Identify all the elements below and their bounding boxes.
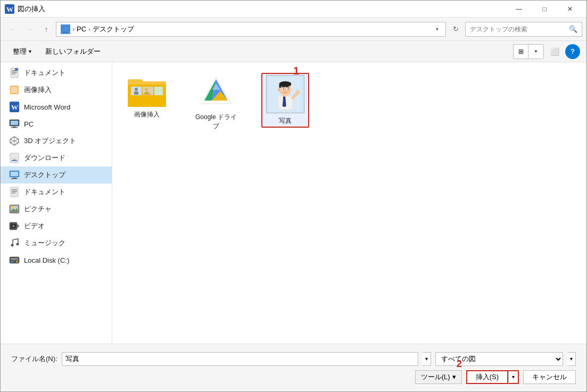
sidebar-item-3d[interactable]: 3D オブジェクト bbox=[1, 132, 112, 149]
music-icon bbox=[9, 238, 20, 248]
svg-rect-48 bbox=[128, 79, 143, 85]
file-label-googledrive: Google ドライブ bbox=[194, 113, 238, 131]
svg-point-35 bbox=[12, 206, 14, 208]
svg-rect-44 bbox=[11, 258, 18, 260]
view-controls: ⊞ ▾ bbox=[513, 44, 544, 59]
help-button[interactable]: ? bbox=[565, 44, 580, 59]
title-bar: W 図の挿入 — □ ✕ bbox=[1, 1, 586, 18]
svg-rect-15 bbox=[11, 121, 18, 125]
sidebar-item-images[interactable]: 画像挿入 bbox=[1, 81, 112, 98]
svg-rect-70 bbox=[279, 84, 282, 88]
3d-icon bbox=[9, 136, 20, 146]
organize-button[interactable]: 整理 ▾ bbox=[7, 44, 37, 59]
sidebar-item-downloads[interactable]: ダウンロード bbox=[1, 149, 112, 166]
sidebar-item-pc[interactable]: PC bbox=[1, 115, 112, 132]
sidebar-item-localdisk[interactable]: Local Disk (C:) bbox=[1, 252, 112, 269]
sidebar-item-pictures[interactable]: ピクチャ bbox=[1, 201, 112, 218]
svg-rect-11 bbox=[11, 87, 18, 93]
svg-rect-24 bbox=[12, 160, 17, 161]
docs2-icon bbox=[9, 187, 20, 197]
svg-rect-22 bbox=[10, 153, 19, 163]
svg-rect-2 bbox=[62, 26, 69, 31]
svg-text:W: W bbox=[11, 103, 18, 111]
up-button[interactable]: ↑ bbox=[39, 22, 54, 37]
sidebar-item-word[interactable]: W Microsoft Word bbox=[1, 98, 112, 115]
forward-button[interactable]: → bbox=[22, 22, 37, 37]
svg-point-77 bbox=[296, 90, 300, 94]
images-icon bbox=[9, 85, 20, 95]
svg-rect-54 bbox=[134, 91, 138, 95]
filename-dropdown[interactable]: ▾ bbox=[423, 352, 431, 366]
sidebar-item-music[interactable]: ミュージック bbox=[1, 235, 112, 252]
svg-point-75 bbox=[278, 88, 280, 91]
window-controls: — □ ✕ bbox=[507, 1, 582, 18]
file-label-gazouinsert: 画像挿入 bbox=[134, 110, 160, 119]
svg-point-41 bbox=[11, 244, 14, 247]
path-sep1: › bbox=[72, 26, 75, 33]
search-input[interactable] bbox=[470, 26, 569, 33]
close-button[interactable]: ✕ bbox=[558, 1, 582, 18]
sidebar-wrapper: ドキュメント 画像挿入 W Microsoft Word bbox=[1, 62, 112, 344]
svg-marker-38 bbox=[17, 224, 19, 228]
step2-label: 2 bbox=[457, 358, 462, 370]
videos-icon bbox=[9, 221, 20, 231]
svg-rect-7 bbox=[12, 72, 17, 73]
step2-container: 2 挿入(S) ▾ bbox=[466, 370, 519, 384]
filename-input[interactable] bbox=[62, 352, 418, 366]
file-item-gazouinsert[interactable]: 画像挿入 bbox=[123, 73, 171, 121]
gdrive-icon bbox=[197, 75, 235, 110]
view-icon-button[interactable]: ⊞ bbox=[514, 45, 528, 59]
svg-rect-30 bbox=[12, 189, 17, 190]
insert-dropdown[interactable]: ▾ bbox=[508, 370, 519, 384]
insert-button[interactable]: 挿入(S) bbox=[466, 370, 508, 384]
path-dropdown-btn[interactable]: ▾ bbox=[433, 22, 441, 36]
main-area: ドキュメント 画像挿入 W Microsoft Word bbox=[1, 62, 586, 344]
dialog-title: 図の挿入 bbox=[18, 4, 507, 14]
desktop-icon bbox=[9, 170, 20, 180]
address-bar: ← → ↑ › PC › デスクトップ ▾ ↻ 🔍 bbox=[1, 18, 586, 41]
content-area: 1 bbox=[112, 62, 586, 344]
pc-icon bbox=[61, 24, 70, 34]
search-icon[interactable]: 🔍 bbox=[569, 25, 577, 33]
word-icon: W bbox=[9, 102, 20, 112]
insert-btn-group: 挿入(S) ▾ bbox=[466, 370, 519, 384]
photo-thumbnail bbox=[266, 75, 304, 113]
action-row: ツール(L) ▾ 2 挿入(S) ▾ キャンセル bbox=[11, 370, 576, 384]
svg-rect-28 bbox=[11, 178, 18, 179]
folder-icon-gazouinsert bbox=[128, 75, 166, 107]
new-folder-button[interactable]: 新しいフォルダー bbox=[39, 44, 106, 59]
search-box: 🔍 bbox=[465, 22, 582, 37]
sidebar-item-videos[interactable]: ビデオ bbox=[1, 218, 112, 235]
filename-row: ファイル名(N): ▾ すべての図 ▾ bbox=[11, 352, 576, 366]
bottom-bar: ファイル名(N): ▾ すべての図 ▾ ツール(L) ▾ 2 挿入(S) ▾ キ… bbox=[1, 344, 586, 391]
sidebar: ドキュメント 画像挿入 W Microsoft Word bbox=[1, 62, 112, 344]
path-pc-label: PC bbox=[77, 25, 86, 33]
svg-rect-17 bbox=[11, 127, 18, 128]
svg-rect-9 bbox=[15, 68, 18, 71]
maximize-button[interactable]: □ bbox=[532, 1, 557, 18]
address-path[interactable]: › PC › デスクトップ ▾ bbox=[56, 22, 446, 37]
svg-rect-8 bbox=[12, 73, 15, 74]
sidebar-item-docs2[interactable]: ドキュメント bbox=[1, 184, 112, 201]
cancel-button[interactable]: キャンセル bbox=[523, 370, 576, 384]
back-button[interactable]: ← bbox=[5, 22, 20, 37]
svg-point-46 bbox=[16, 261, 18, 263]
file-item-shashin[interactable]: 写真 bbox=[261, 73, 309, 128]
toolbar: 整理 ▾ 新しいフォルダー ⊞ ▾ ⬜ ? bbox=[1, 41, 586, 62]
sidebar-item-desktop[interactable]: デスクトップ bbox=[1, 166, 112, 184]
minimize-button[interactable]: — bbox=[507, 1, 531, 18]
filetype-dropdown[interactable]: ▾ bbox=[567, 352, 576, 366]
svg-point-42 bbox=[16, 243, 19, 246]
filetype-select[interactable]: すべての図 bbox=[435, 352, 563, 366]
tools-button[interactable]: ツール(L) ▾ bbox=[415, 370, 462, 384]
view-dropdown-button[interactable]: ▾ bbox=[528, 45, 543, 59]
svg-rect-31 bbox=[12, 191, 17, 192]
sidebar-item-documents[interactable]: ドキュメント bbox=[1, 64, 112, 81]
panel-button[interactable]: ⬜ bbox=[546, 44, 563, 59]
svg-rect-4 bbox=[63, 32, 68, 33]
svg-rect-52 bbox=[154, 87, 163, 95]
documents-icon bbox=[9, 68, 20, 78]
file-item-googledrive[interactable]: Google ドライブ bbox=[192, 73, 240, 133]
refresh-button[interactable]: ↻ bbox=[448, 22, 463, 37]
svg-point-74 bbox=[287, 88, 288, 89]
